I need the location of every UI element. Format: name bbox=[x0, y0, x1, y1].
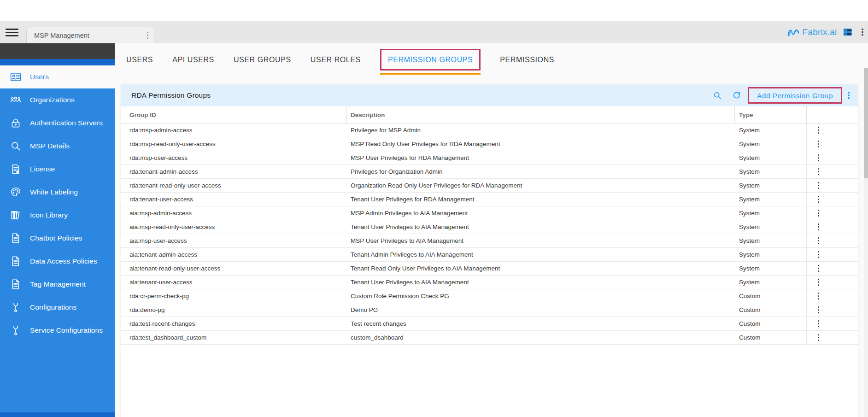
cell-type: System bbox=[735, 206, 807, 220]
row-kebab-icon[interactable] bbox=[818, 251, 819, 258]
sidebar-item-license[interactable]: License bbox=[0, 158, 115, 181]
topbar-right-group: Fabrix.ai bbox=[787, 21, 863, 43]
cell-group-id: aia:msp-user-access bbox=[121, 234, 347, 247]
sidebar-item-label: License bbox=[30, 165, 55, 173]
table-row: rda:msp-admin-accessPrivileges for MSP A… bbox=[121, 123, 858, 137]
sidebar-item-authentication-servers[interactable]: Authentication Servers bbox=[0, 112, 115, 135]
cell-type: System bbox=[735, 151, 807, 164]
add-permission-group-button[interactable]: Add Permission Group bbox=[748, 87, 842, 104]
cell-group-id: aia:tenant-read-only-user-access bbox=[121, 262, 347, 275]
cell-actions bbox=[807, 331, 858, 344]
sidebar-item-msp-details[interactable]: MSP Details bbox=[0, 135, 115, 158]
sidebar-item-chatbot-policies[interactable]: Chatbot Policies bbox=[0, 227, 115, 250]
cell-actions bbox=[807, 193, 858, 206]
scrollbar-thumb[interactable] bbox=[864, 68, 868, 178]
column-header-type: Type bbox=[735, 106, 807, 123]
tab-user-groups[interactable]: USER GROUPS bbox=[234, 56, 291, 64]
cell-actions bbox=[807, 303, 858, 317]
row-kebab-icon[interactable] bbox=[818, 127, 819, 134]
cell-actions bbox=[807, 317, 858, 330]
cell-group-id: aia:tenant-admin-access bbox=[121, 248, 347, 261]
cell-description: Tenant User Privileges to AIA Management bbox=[347, 276, 735, 289]
tab-permissions[interactable]: PERMISSIONS bbox=[500, 56, 554, 64]
cell-description: MSP Admin Privileges to AIA Management bbox=[347, 206, 735, 220]
window-tab-title: MSP Management bbox=[34, 32, 147, 39]
document-icon bbox=[9, 255, 22, 268]
cell-actions bbox=[807, 276, 858, 289]
window-tab[interactable]: MSP Management bbox=[26, 27, 154, 43]
cell-type: System bbox=[735, 165, 807, 178]
sidebar-item-label: Authentication Servers bbox=[30, 119, 103, 127]
row-kebab-icon[interactable] bbox=[818, 306, 819, 313]
people-group-icon bbox=[9, 94, 22, 106]
row-kebab-icon[interactable] bbox=[818, 237, 819, 244]
table-row: aia:tenant-user-accessTenant User Privil… bbox=[121, 276, 858, 289]
cell-actions bbox=[807, 248, 858, 261]
books-icon bbox=[9, 209, 22, 222]
sidebar-item-label: Chatbot Policies bbox=[30, 234, 82, 242]
cell-type: Custom bbox=[735, 331, 807, 344]
cell-actions bbox=[807, 137, 858, 151]
table-body: rda:msp-admin-accessPrivileges for MSP A… bbox=[121, 123, 858, 345]
row-kebab-icon[interactable] bbox=[818, 141, 819, 147]
table-row: rda:tenant-user-accessTenant User Privil… bbox=[121, 193, 858, 206]
table-row: rda:msp-user-accessMSP User Privileges f… bbox=[121, 151, 858, 165]
cell-type: System bbox=[735, 123, 807, 137]
cell-description: custom_dsahboard bbox=[347, 331, 735, 344]
refresh-icon[interactable] bbox=[732, 91, 741, 100]
cell-description: Tenant User Privileges for RDA Managemen… bbox=[347, 193, 735, 206]
tab-api-users[interactable]: API USERS bbox=[172, 56, 214, 64]
sidebar-menu: UsersOrganizationsAuthentication Servers… bbox=[0, 65, 115, 342]
sidebar-item-organizations[interactable]: Organizations bbox=[0, 88, 115, 112]
row-kebab-icon[interactable] bbox=[818, 279, 819, 286]
tab-users[interactable]: USERS bbox=[126, 56, 153, 64]
tab-user-roles[interactable]: USER ROLES bbox=[311, 56, 361, 64]
row-kebab-icon[interactable] bbox=[818, 223, 819, 230]
wrench-icon bbox=[9, 324, 22, 337]
topbar-kebab-icon[interactable] bbox=[862, 29, 863, 36]
document-icon bbox=[9, 278, 22, 291]
cell-type: Custom bbox=[735, 303, 807, 317]
row-kebab-icon[interactable] bbox=[818, 196, 819, 203]
sidebar-item-icon-library[interactable]: Icon Library bbox=[0, 204, 115, 227]
cell-description: Test recent changes bbox=[347, 317, 735, 330]
server-rack-icon[interactable] bbox=[843, 28, 852, 37]
row-kebab-icon[interactable] bbox=[818, 182, 819, 189]
row-kebab-icon[interactable] bbox=[818, 334, 819, 341]
scrollbar-track[interactable] bbox=[864, 68, 868, 417]
panel-actions: Add Permission Group bbox=[713, 87, 850, 104]
cell-description: Privileges for Organization Admin bbox=[347, 165, 735, 178]
row-kebab-icon[interactable] bbox=[818, 320, 819, 327]
cell-description: MSP User Privileges to AIA Management bbox=[347, 234, 735, 247]
hamburger-menu-icon[interactable] bbox=[6, 27, 18, 38]
tab-permission-groups[interactable]: PERMISSION GROUPS bbox=[380, 49, 481, 70]
row-kebab-icon[interactable] bbox=[818, 210, 819, 217]
sidebar: UsersOrganizationsAuthentication Servers… bbox=[0, 43, 115, 417]
top-white-strip bbox=[0, 0, 868, 21]
cell-group-id: aia:msp-read-only-user-access bbox=[121, 220, 347, 234]
main-content: USERSAPI USERSUSER GROUPSUSER ROLESPERMI… bbox=[115, 43, 868, 417]
cell-group-id: rda:cr-perm-check-pg bbox=[121, 289, 347, 303]
sidebar-item-configurations[interactable]: Configurations bbox=[0, 296, 115, 319]
panel-kebab-icon[interactable] bbox=[848, 92, 850, 99]
cell-description: MSP User Privileges for RDA Management bbox=[347, 151, 735, 164]
sidebar-item-white-labeling[interactable]: White Labeling bbox=[0, 181, 115, 204]
brand-name: Fabrix.ai bbox=[803, 27, 837, 37]
sidebar-item-users[interactable]: Users bbox=[0, 65, 115, 88]
panel-title: RDA Permission Groups bbox=[131, 91, 713, 100]
cell-group-id: rda:msp-read-only-user-access bbox=[121, 137, 347, 151]
wrench-icon bbox=[9, 301, 22, 314]
sidebar-item-tag-management[interactable]: Tag Management bbox=[0, 273, 115, 296]
search-icon[interactable] bbox=[713, 91, 722, 100]
row-kebab-icon[interactable] bbox=[818, 293, 819, 300]
brand-wave-icon bbox=[787, 27, 800, 37]
row-kebab-icon[interactable] bbox=[818, 168, 819, 175]
sidebar-item-service-configurations[interactable]: Service Configurations bbox=[0, 319, 115, 342]
window-tab-kebab-icon[interactable] bbox=[147, 32, 148, 39]
row-kebab-icon[interactable] bbox=[818, 265, 819, 272]
cell-group-id: rda:test_dashboard_custom bbox=[121, 331, 347, 344]
row-kebab-icon[interactable] bbox=[818, 154, 819, 161]
table-row: aia:msp-admin-accessMSP Admin Privileges… bbox=[121, 206, 858, 220]
sidebar-item-data-access-policies[interactable]: Data Access Policies bbox=[0, 250, 115, 273]
magnifier-icon bbox=[9, 140, 22, 153]
